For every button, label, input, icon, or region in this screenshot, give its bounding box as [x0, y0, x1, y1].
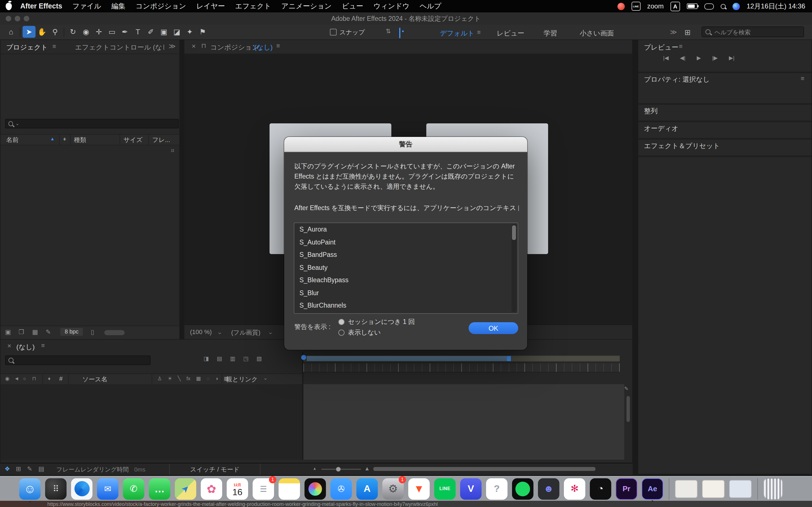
menubar-item-layer[interactable]: レイヤー — [191, 0, 230, 12]
quality-switch-icon[interactable]: ╲ — [177, 376, 181, 381]
dock-icon-v-app[interactable]: V — [460, 478, 481, 499]
tool-home[interactable]: ⌂ — [4, 26, 17, 38]
status-icon-3[interactable]: ✎ — [27, 465, 32, 473]
adjust-icon[interactable]: ✎ — [46, 328, 51, 336]
dock-icon-photos[interactable]: ✿ — [201, 478, 222, 499]
spotlight-icon[interactable] — [721, 4, 726, 9]
dock-minimized-window-1[interactable] — [675, 480, 698, 498]
window-minimize-button[interactable] — [15, 16, 20, 21]
parent-link-caret-icon[interactable]: ⌄ — [263, 375, 267, 381]
timeline-vertical-scrollbar[interactable] — [626, 396, 630, 422]
workspace-overflow-icon[interactable]: ≫ — [670, 28, 677, 36]
resolution-dropdown[interactable]: (フル画質) — [231, 328, 260, 337]
new-composition-icon[interactable]: ▦ — [32, 328, 38, 336]
dock-icon-premiere-pro[interactable]: Pr — [616, 478, 637, 499]
dock-icon-line[interactable]: LINE — [434, 478, 456, 499]
workspace-menu-icon[interactable]: ≡ — [477, 29, 481, 36]
dock-icon-slack[interactable]: ✻ — [564, 478, 585, 499]
time-ruler[interactable] — [303, 363, 620, 372]
column-source-name[interactable]: ソース名 — [82, 375, 107, 384]
search-options-caret-icon[interactable]: ⌄ — [15, 121, 19, 126]
list-item[interactable]: S_BandPass — [294, 248, 518, 261]
bit-depth-button[interactable]: 8 bpc — [60, 328, 83, 336]
audio-icon[interactable]: ◄ — [14, 376, 19, 381]
tool-selection[interactable]: ➤ — [22, 26, 36, 38]
tool-type[interactable]: T — [132, 26, 144, 38]
dock-icon-settings[interactable]: ⚙1 — [382, 478, 404, 499]
help-search-input[interactable] — [713, 28, 789, 36]
work-area-bar[interactable] — [307, 356, 507, 361]
timeline-panel-menu-icon[interactable]: ≡ — [41, 342, 45, 349]
list-item[interactable]: S_Beauty — [294, 261, 518, 274]
apple-menu-icon[interactable] — [6, 3, 12, 10]
tool-shape[interactable]: ▭ — [105, 26, 118, 38]
column-size[interactable]: サイズ — [123, 136, 143, 144]
first-frame-button[interactable]: |◀ — [663, 55, 669, 61]
ok-button[interactable]: OK — [469, 322, 518, 334]
last-frame-button[interactable]: ▶| — [729, 55, 734, 61]
work-area-end-handle[interactable] — [507, 356, 511, 361]
siri-icon[interactable] — [732, 3, 740, 10]
tool-roto-brush[interactable]: ✦ — [183, 26, 196, 38]
zoom-in-mountain-icon[interactable]: ▲ — [364, 465, 370, 471]
adjustment-switch-icon[interactable]: ◑ — [215, 376, 218, 381]
menubar-item-view[interactable]: ビュー — [337, 0, 368, 12]
timeline-tab[interactable]: (なし) — [16, 342, 35, 352]
project-search-input[interactable] — [21, 120, 175, 127]
trash-icon[interactable]: ▯ — [91, 328, 94, 336]
dock-icon-safari[interactable] — [71, 478, 93, 499]
timeline-zoom-slider-track[interactable] — [321, 469, 361, 470]
status-icon-2[interactable]: ⊞ — [16, 465, 21, 473]
tool-clone-stamp[interactable]: ▣ — [157, 26, 170, 38]
column-number[interactable]: # — [59, 375, 63, 382]
dock-icon-media[interactable] — [305, 478, 326, 499]
track-area[interactable] — [303, 384, 624, 460]
close-tab-icon[interactable]: × — [7, 342, 11, 350]
menubar-item-animation[interactable]: アニメーション — [276, 0, 337, 12]
dock-icon-spotify[interactable] — [512, 478, 534, 499]
timeline-horizontal-scrollbar[interactable] — [373, 467, 596, 471]
menubar-item-file[interactable]: ファイル — [67, 0, 106, 12]
motion-blur-icon[interactable]: ▧ — [257, 355, 262, 362]
menubar-clock[interactable]: 12月16日(土) 14:36 — [747, 1, 805, 11]
dock-icon-facetime[interactable]: ✆ — [123, 478, 144, 499]
list-item[interactable]: S_AutoPaint — [294, 236, 518, 248]
properties-panel-menu-icon[interactable]: ≡ — [801, 75, 804, 82]
workspace-tab-small-screen[interactable]: 小さい画面 — [580, 29, 614, 38]
tool-puppet-pin[interactable]: ⚑ — [196, 26, 209, 38]
snap-checkbox[interactable] — [330, 29, 337, 36]
fx-switch-icon[interactable]: fx — [186, 376, 190, 381]
previous-frame-button[interactable]: ◀| — [680, 55, 686, 61]
menubar-item-edit[interactable]: 編集 — [106, 0, 131, 12]
timeline-zoom-slider-thumb[interactable] — [336, 467, 341, 471]
window-zoom-button[interactable] — [24, 16, 29, 21]
radio-never-show[interactable]: 表示しない — [338, 328, 381, 337]
tool-pan-behind[interactable]: ✛ — [93, 26, 105, 38]
resolution-caret-icon[interactable]: ⌄ — [268, 328, 273, 336]
next-frame-button[interactable]: |▶ — [712, 55, 718, 61]
frame-blend-switch-icon[interactable]: ▦ — [196, 376, 201, 381]
tool-brush[interactable]: ✐ — [144, 26, 157, 38]
tab-project[interactable]: プロジェクト — [6, 43, 48, 52]
play-button[interactable]: ▶ — [697, 55, 701, 61]
tool-zoom[interactable]: ⚲ — [49, 26, 61, 38]
tab-composition[interactable]: コンポジション — [210, 43, 259, 52]
menubar-item-composition[interactable]: コンポジション — [131, 0, 191, 12]
window-close-button[interactable] — [6, 16, 11, 21]
motion-blur-switch-icon[interactable]: ◌ — [206, 376, 209, 381]
collapse-switch-icon[interactable]: ☀ — [167, 376, 172, 381]
dock-icon-discord[interactable]: ☻ — [538, 478, 559, 499]
workspace-tab-default[interactable]: デフォルト — [440, 29, 474, 38]
dock-icon-maps[interactable]: ➤ — [175, 478, 196, 499]
list-item[interactable]: S_Aurora — [294, 223, 518, 236]
project-tabs-overflow-icon[interactable]: ≫ — [168, 42, 175, 50]
menubar-item-window[interactable]: ウィンドウ — [368, 0, 415, 12]
dock-icon-tips[interactable]: ? — [486, 478, 507, 499]
magnification-dropdown[interactable]: (100 %) — [190, 328, 212, 335]
workspace-tab-learn[interactable]: 学習 — [544, 29, 557, 38]
project-panel-menu-icon[interactable]: ≡ — [52, 43, 56, 50]
column-type[interactable]: 種類 — [74, 136, 86, 144]
dock-icon-zoom[interactable]: ✇ — [331, 478, 352, 499]
list-scrollbar-thumb[interactable] — [512, 225, 516, 240]
radio-once-per-session[interactable]: セッションにつき 1 回 — [338, 318, 415, 326]
